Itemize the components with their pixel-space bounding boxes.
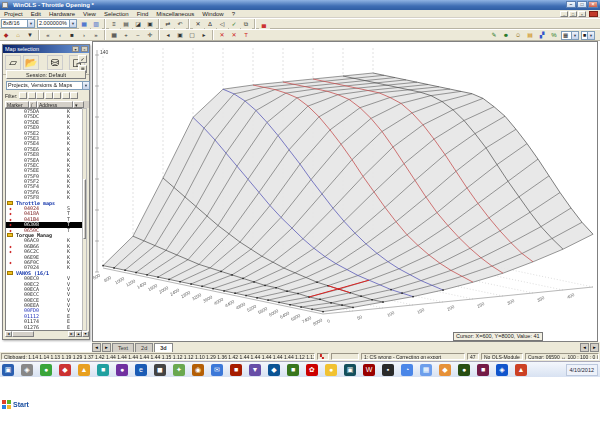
child-restore-icon[interactable]: □ xyxy=(569,11,577,17)
map-3d-canvas[interactable] xyxy=(93,42,597,341)
color-picker-combo[interactable]: ■▼ xyxy=(581,31,595,40)
session-button[interactable]: Session: Default xyxy=(6,70,86,79)
user-icon[interactable]: ☺ xyxy=(513,30,524,40)
filter-button-3[interactable] xyxy=(36,92,44,99)
hscroll-right-icon[interactable]: ► xyxy=(590,343,599,352)
taskbar-app-icon-14[interactable]: ▼ xyxy=(249,364,261,376)
import-folder-icon[interactable]: ⛁ xyxy=(47,55,63,70)
menu-item-window[interactable]: Window xyxy=(198,10,227,18)
open-folder-icon[interactable]: 📂 xyxy=(23,55,39,70)
new-project-icon[interactable]: ▱ xyxy=(5,55,21,70)
panel-title-bar[interactable]: Map selection ▾ × xyxy=(3,45,89,53)
compare-versions-icon[interactable]: ⇄ xyxy=(163,19,174,29)
scrollbar-thumb[interactable] xyxy=(12,331,34,337)
copy-map-icon[interactable]: ⧉ xyxy=(241,19,252,29)
zoom-in-icon[interactable]: + xyxy=(121,30,132,40)
percent-icon[interactable]: % xyxy=(549,30,560,40)
scroll-down-icon[interactable]: ▼ xyxy=(82,331,89,337)
taskbar-app-icon-24[interactable]: ◆ xyxy=(439,364,451,376)
tab-2d[interactable]: 2d xyxy=(135,343,153,352)
filter-button-4[interactable] xyxy=(45,92,53,99)
menu-item-selection[interactable]: Selection xyxy=(100,10,133,18)
delete-selection-icon[interactable]: ✕ xyxy=(217,30,228,40)
column-sort[interactable]: ▾ xyxy=(73,101,84,108)
zoom-level-combo[interactable]: 2.000000%▼ xyxy=(37,19,77,28)
play-icon[interactable]: ▸ xyxy=(199,30,210,40)
text-view-icon[interactable]: ≡ xyxy=(109,19,120,29)
menu-item-find[interactable]: Find xyxy=(133,10,153,18)
client-icon[interactable]: ☻ xyxy=(501,30,512,40)
signature-icon[interactable]: ✎ xyxy=(489,30,500,40)
taskbar-app-icon-13[interactable]: ■ xyxy=(230,364,242,376)
taskbar-app-icon-8[interactable]: e xyxy=(135,364,147,376)
menu-item-edit[interactable]: Edit xyxy=(27,10,45,18)
menu-item-miscellaneous[interactable]: Miscellaneous xyxy=(152,10,198,18)
tab-scroll-right-icon[interactable]: ► xyxy=(102,343,111,352)
tab-3d[interactable]: 3d xyxy=(154,343,172,352)
taskbar-app-icon-16[interactable]: ■ xyxy=(287,364,299,376)
taskbar-app-icon-4[interactable]: ◆ xyxy=(59,364,71,376)
taskbar-app-icon-6[interactable]: ■ xyxy=(97,364,109,376)
panel-pin-icon[interactable]: ▾ xyxy=(72,46,79,52)
check-filter-icon[interactable]: ✓ xyxy=(78,55,87,63)
delete-map-icon[interactable]: ✕ xyxy=(229,30,240,40)
selection-grid-2-icon[interactable]: ▥ xyxy=(91,19,102,29)
undo-icon[interactable]: ↶ xyxy=(175,19,186,29)
taskbar-app-icon-2[interactable]: ◈ xyxy=(21,364,33,376)
system-tray-date[interactable]: 4/10/2012 xyxy=(566,364,598,376)
menu-item-view[interactable]: View xyxy=(79,10,100,18)
tab-text[interactable]: Text xyxy=(112,343,134,352)
child-close-icon[interactable]: × xyxy=(578,11,586,17)
column-address[interactable]: Address xyxy=(37,101,73,108)
2d-view-icon[interactable]: ▤ xyxy=(121,19,132,29)
taskbar-app-icon-19[interactable]: ▣ xyxy=(344,364,356,376)
filter-button-2[interactable] xyxy=(28,92,36,99)
grid-icon[interactable]: ▦ xyxy=(109,30,120,40)
menu-item-hardware[interactable]: Hardware xyxy=(45,10,79,18)
lock-map-icon[interactable]: ▣ xyxy=(175,30,186,40)
next-version-icon[interactable]: › xyxy=(79,30,90,40)
view-selector-combo[interactable]: Projects, Versions & Maps▼ xyxy=(6,81,90,90)
first-version-icon[interactable]: « xyxy=(43,30,54,40)
selection-grid-icon[interactable]: ▦ xyxy=(79,19,90,29)
taskbar-app-icon-20[interactable]: W xyxy=(363,364,375,376)
map-list-vertical-scrollbar[interactable] xyxy=(82,108,87,331)
menu-item-?[interactable]: ? xyxy=(228,10,239,18)
crosshair-icon[interactable]: ✛ xyxy=(145,30,156,40)
taskbar-app-icon-1[interactable]: ▣ xyxy=(2,364,14,376)
colored-maps-icon[interactable]: ▤ xyxy=(525,30,536,40)
taskbar-app-icon-22[interactable]: ◔ xyxy=(401,364,413,376)
previous-version-icon[interactable]: ‹ xyxy=(55,30,66,40)
text-marker-icon[interactable]: T xyxy=(241,30,252,40)
taskbar-app-icon-27[interactable]: ◈ xyxy=(496,364,508,376)
taskbar-app-icon-9[interactable]: ◼ xyxy=(154,364,166,376)
scroll-left-icon[interactable]: ◄ xyxy=(5,331,12,337)
scroll-right-icon[interactable]: ► xyxy=(68,331,75,337)
delta-icon[interactable]: Δ xyxy=(205,19,216,29)
column-marker[interactable]: Marker xyxy=(5,101,29,108)
grid-style-combo[interactable]: ▦▼ xyxy=(561,31,579,40)
panel-close-icon[interactable]: × xyxy=(81,46,88,52)
filter-button-7[interactable] xyxy=(70,92,78,99)
filter-button-5[interactable] xyxy=(53,92,61,99)
previous-map-icon[interactable]: ◁ xyxy=(217,19,228,29)
menu-item-project[interactable]: Project xyxy=(0,10,27,18)
close-icon[interactable]: × xyxy=(588,1,598,8)
hscroll-left-icon[interactable]: ◄ xyxy=(580,343,589,352)
menu-red-icon[interactable] xyxy=(589,11,598,17)
3d-view-icon[interactable]: ◪ xyxy=(133,19,144,29)
minimize-icon[interactable]: – xyxy=(566,1,576,8)
taskbar-app-icon-11[interactable]: ◉ xyxy=(192,364,204,376)
unlock-map-icon[interactable]: ▢ xyxy=(187,30,198,40)
map-size-combo[interactable]: 8x8/16▼ xyxy=(1,19,35,28)
last-version-icon[interactable]: » xyxy=(91,30,102,40)
insert-marker-icon[interactable]: ◂ xyxy=(163,30,174,40)
map-list-horizontal-scrollbar[interactable]: ◄ ► ▲ ▼ xyxy=(5,331,89,337)
taskbar-app-icon-12[interactable]: ✉ xyxy=(211,364,223,376)
rainbow-colors-icon[interactable]: ▄ xyxy=(259,19,270,29)
start-button[interactable]: Start xyxy=(2,400,29,409)
taskbar-app-icon-15[interactable]: ◆ xyxy=(268,364,280,376)
taskbar-app-icon-23[interactable]: ▦ xyxy=(420,364,432,376)
scroll-up-icon[interactable]: ▲ xyxy=(75,331,82,337)
statistics-icon[interactable]: ▞ xyxy=(537,30,548,40)
